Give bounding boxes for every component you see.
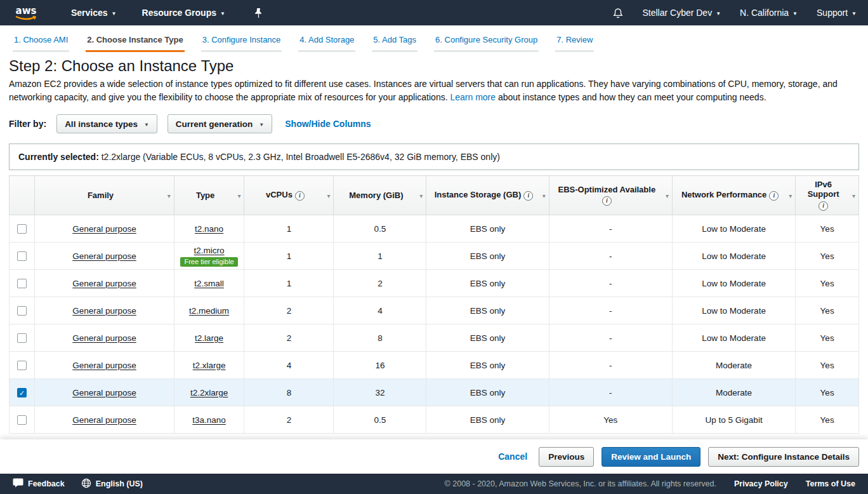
family-term[interactable]: General purpose xyxy=(72,388,136,397)
table-row[interactable]: General purposet2.nano10.5EBS only-Low t… xyxy=(10,215,859,243)
language-selector[interactable]: English (US) xyxy=(81,478,143,490)
cell-network: Moderate xyxy=(672,379,795,406)
column-header-type-label: Type xyxy=(196,190,214,200)
main-content: Step 2: Choose an Instance Type Amazon E… xyxy=(0,52,868,439)
type-term[interactable]: t2.medium xyxy=(189,306,229,316)
row-select-cell xyxy=(10,406,35,434)
cell-family: General purpose xyxy=(35,270,174,297)
learn-more-link[interactable]: Learn more xyxy=(450,92,496,102)
sort-caret-icon[interactable]: ▾ xyxy=(237,192,240,199)
step-tab-review[interactable]: 7. Review xyxy=(555,35,594,52)
type-term[interactable]: t2.nano xyxy=(195,224,223,234)
aws-logo-icon[interactable]: aws xyxy=(11,4,41,22)
column-header-type[interactable]: Type ▾ xyxy=(174,176,244,215)
row-checkbox[interactable] xyxy=(17,415,27,425)
cell-ebs: - xyxy=(549,379,672,406)
step-tab-configure-security-group[interactable]: 6. Configure Security Group xyxy=(434,35,539,52)
row-checkbox[interactable] xyxy=(17,361,27,370)
info-icon[interactable]: i xyxy=(523,191,533,201)
type-term[interactable]: t2.xlarge xyxy=(193,361,226,370)
sort-caret-icon[interactable]: ▾ xyxy=(852,192,855,199)
row-checkbox[interactable] xyxy=(17,333,27,343)
column-header-instance-storage[interactable]: Instance Storage (GB)i ▾ xyxy=(426,176,549,215)
table-row[interactable]: General purposet2.small12EBS only-Low to… xyxy=(10,270,859,297)
step-tab-choose-instance-type[interactable]: 2. Choose Instance Type xyxy=(86,35,184,52)
table-row[interactable]: ✓General purposet2.2xlarge832EBS only-Mo… xyxy=(10,379,859,406)
info-icon[interactable]: i xyxy=(602,196,612,206)
cell-ebs: - xyxy=(549,297,672,324)
cell-storage: EBS only xyxy=(426,352,549,379)
row-checkbox[interactable] xyxy=(17,279,27,288)
step-tab-add-tags[interactable]: 5. Add Tags xyxy=(372,35,418,52)
step-tab-configure-instance[interactable]: 3. Configure Instance xyxy=(201,35,282,52)
show-hide-columns-link[interactable]: Show/Hide Columns xyxy=(285,119,371,129)
support-menu[interactable]: Support ▼ xyxy=(817,8,857,18)
info-icon[interactable]: i xyxy=(295,191,305,201)
family-term[interactable]: General purpose xyxy=(72,306,136,316)
family-term[interactable]: General purpose xyxy=(72,279,136,288)
review-and-launch-button[interactable]: Review and Launch xyxy=(602,447,700,467)
row-checkbox[interactable] xyxy=(17,306,27,316)
row-select-cell xyxy=(10,324,35,352)
type-term[interactable]: t2.micro xyxy=(194,246,225,255)
previous-button[interactable]: Previous xyxy=(539,447,594,467)
table-row[interactable]: General purposet3a.nano20.5EBS onlyYesUp… xyxy=(10,406,859,434)
notifications-bell-icon[interactable] xyxy=(613,8,623,18)
region-menu-label: N. California xyxy=(740,8,789,18)
step-tab-add-storage[interactable]: 4. Add Storage xyxy=(298,35,355,52)
pin-icon[interactable] xyxy=(254,8,263,18)
sort-caret-icon[interactable]: ▾ xyxy=(542,192,546,199)
sort-caret-icon[interactable]: ▾ xyxy=(789,192,792,199)
column-header-vcpus[interactable]: vCPUsi ▾ xyxy=(244,176,334,215)
next-configure-instance-button[interactable]: Next: Configure Instance Details xyxy=(708,447,859,467)
family-term[interactable]: General purpose xyxy=(72,224,136,234)
cell-ebs: Yes xyxy=(549,406,672,434)
terms-of-use-link[interactable]: Terms of Use xyxy=(806,479,855,488)
column-header-ipv6-support[interactable]: IPv6 Support i ▾ xyxy=(796,176,859,215)
cell-memory: 16 xyxy=(334,352,426,379)
resource-groups-menu[interactable]: Resource Groups ▼ xyxy=(142,8,225,18)
cancel-link[interactable]: Cancel xyxy=(498,451,527,462)
table-row[interactable]: General purposet2.xlarge416EBS only-Mode… xyxy=(10,352,859,379)
sort-caret-icon[interactable]: ▾ xyxy=(168,192,171,199)
row-checkbox[interactable] xyxy=(17,224,27,234)
info-icon[interactable]: i xyxy=(769,191,779,201)
cell-type: t2.large xyxy=(174,324,244,352)
currently-selected-value: t2.2xlarge (Variable ECUs, 8 vCPUs, 2.3 … xyxy=(102,152,500,162)
column-header-memory-label: Memory (GiB) xyxy=(349,190,403,200)
sort-caret-icon[interactable]: ▾ xyxy=(666,192,669,199)
type-term[interactable]: t3a.nano xyxy=(192,415,226,425)
sort-caret-icon[interactable]: ▾ xyxy=(419,192,423,199)
family-term[interactable]: General purpose xyxy=(72,251,136,261)
family-term[interactable]: General purpose xyxy=(72,415,136,425)
cell-ebs: - xyxy=(549,324,672,352)
instance-type-filter-dropdown[interactable]: All instance types ▼ xyxy=(56,114,157,133)
type-term[interactable]: t2.2xlarge xyxy=(190,388,228,397)
column-header-instance-storage-label: Instance Storage (GB) xyxy=(435,190,522,199)
column-header-family[interactable]: Family ▾ xyxy=(35,176,174,215)
wizard-steps: 1. Choose AMI 2. Choose Instance Type 3.… xyxy=(0,25,868,52)
privacy-policy-link[interactable]: Privacy Policy xyxy=(734,479,788,488)
cell-family: General purpose xyxy=(35,324,174,352)
row-checkbox[interactable]: ✓ xyxy=(17,388,27,397)
sort-caret-icon[interactable]: ▾ xyxy=(327,192,330,199)
family-term[interactable]: General purpose xyxy=(72,361,136,370)
info-icon[interactable]: i xyxy=(819,201,828,211)
row-checkbox[interactable] xyxy=(17,251,27,261)
generation-filter-dropdown[interactable]: Current generation ▼ xyxy=(168,114,272,133)
column-header-network-performance[interactable]: Network Performancei ▾ xyxy=(672,176,795,215)
account-menu[interactable]: Stellar Cyber Dev ▼ xyxy=(642,8,721,18)
table-row[interactable]: General purposet2.microFree tier eligibl… xyxy=(10,243,859,270)
feedback-button[interactable]: Feedback xyxy=(13,478,65,490)
family-term[interactable]: General purpose xyxy=(72,333,136,343)
type-term[interactable]: t2.small xyxy=(194,279,224,288)
caret-down-icon: ▼ xyxy=(716,11,721,17)
table-row[interactable]: General purposet2.medium24EBS only-Low t… xyxy=(10,297,859,324)
table-row[interactable]: General purposet2.large28EBS only-Low to… xyxy=(10,324,859,352)
region-menu[interactable]: N. California ▼ xyxy=(740,8,798,18)
column-header-ebs-optimized[interactable]: EBS-Optimized Available i ▾ xyxy=(549,176,672,215)
type-term[interactable]: t2.large xyxy=(195,333,223,343)
services-menu[interactable]: Services ▼ xyxy=(71,8,117,18)
column-header-memory[interactable]: Memory (GiB) ▾ xyxy=(334,176,426,215)
step-tab-choose-ami[interactable]: 1. Choose AMI xyxy=(13,35,69,52)
